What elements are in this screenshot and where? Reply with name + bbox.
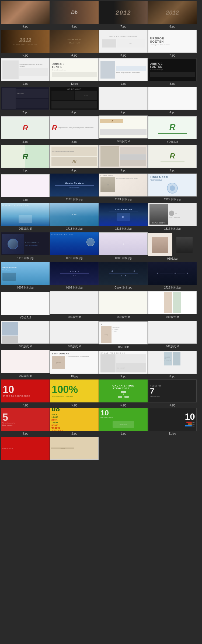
cell-YDb17[interactable]: YDb17.tif — [1, 292, 50, 320]
cell-4jpg-r6[interactable]: text magazine layout spread content Rf 4… — [50, 145, 99, 172]
thumbnail-grid: 9.jpg Db 8.jpg 2012 7.jpg 2012 — [0, 0, 202, 463]
label-1718: 1718 副本.jpg — [66, 226, 82, 231]
label-1jpg-r7: 1.jpg — [22, 198, 28, 202]
label-2jpg-r5: 2.jpg — [71, 140, 77, 144]
cell-5jpg-r14[interactable]: ORGANISATIONSTRUCTURE 5.jpg — [99, 379, 148, 407]
label-YDb17: YDb17.tif — [20, 316, 31, 320]
cell-049[interactable]: 049版式.tif — [148, 291, 197, 320]
cell-7jpg-r4[interactable]: text column 7.jpg — [1, 87, 50, 114]
row-8: IF LONELY SHORES WERE 066版式.tif 〜 — [1, 203, 201, 231]
cell-last1[interactable]: BRANDING — [1, 437, 50, 461]
cell-6jpg-r14[interactable]: 100% achievement complete 6.jpg — [50, 379, 99, 407]
cell-2jpg-r6[interactable]: R 2.jpg — [148, 145, 197, 172]
label-4jpg-r14: 4.jpg — [169, 403, 175, 407]
cell-1314[interactable]: FINAL GOODBYE AV content description 131… — [148, 203, 197, 231]
cell-1516[interactable]: Movie Review ▶ 1516 副本.jpg — [99, 203, 148, 231]
cell-3jpg-r2[interactable]: GRANDE STRATES OF DESIRE text 3.jpg — [99, 30, 148, 57]
cell-1jpg-r3b[interactable]: interior design layout with photo spread… — [99, 58, 148, 86]
label-2jpg-r6: 2.jpg — [169, 168, 175, 172]
cell-2526[interactable]: Movie Review Movie Review 2526 副本.jpg — [50, 174, 99, 202]
label-2728: 2728 副本.jpg — [164, 285, 180, 290]
cell-2jpg-r15[interactable]: 08 372.3 15,038 22.6% 10,626 92,968 96,0… — [50, 408, 99, 436]
label-7jpg-r14: 7.jpg — [22, 403, 28, 407]
row-10: Movie Review Movie Review 0304 副本.jpg — [1, 262, 201, 290]
label-3jpg-r15: 3.jpg — [22, 432, 28, 436]
cell-4jpg[interactable]: IN THE FIRSTQUARTER 4.jpg — [50, 30, 99, 57]
label-1jpg-r3: 1.jpg — [22, 82, 28, 86]
label-1jpg-r6: 1.jpg — [22, 168, 28, 172]
label-6jpg-r14: 6.jpg — [71, 403, 77, 407]
cell-10jpg[interactable]: 1 IRREGULAR photo DUMMY layout design sp… — [50, 351, 99, 378]
cell-0102[interactable]: 0102 副本.jpg — [50, 262, 99, 290]
cell-069[interactable]: R 069版式.tif — [99, 116, 148, 144]
cell-0708[interactable]: ✡ 0708 副本.jpg — [99, 232, 148, 261]
label-9jpg: 9.jpg — [22, 25, 28, 29]
cell-0910[interactable]: HE ROWN WITHIN THESE 0910 副本.jpg — [50, 232, 99, 261]
cell-8jpg-r3[interactable]: URBFOESOETSN dark layout design 8.jpg — [148, 58, 197, 86]
label-BS1: BS (1).tif — [118, 345, 129, 349]
cell-BS1[interactable]: 1 img IRREGULARPLUMBING DUMMY BS (1).tif — [99, 321, 148, 349]
label-3jpg-r2: 3.jpg — [120, 53, 126, 57]
cell-3jpg-r5[interactable]: R 3.jpg — [1, 116, 50, 144]
cell-3jpg-r15[interactable]: 5 When it comes toRight company 3.jpg — [1, 408, 50, 436]
label-1314: 1314 副本.jpg — [164, 226, 180, 231]
row-7: 1.jpg Movie Review Movie Review 2526 副本.… — [1, 174, 201, 202]
cell-7jpg-r14[interactable]: 10 STEPS TO CONFIDENCE 7.jpg — [1, 379, 50, 407]
cell-0304[interactable]: Movie Review Movie Review 0304 副本.jpg — [1, 262, 50, 290]
cell-5jpg[interactable]: 2012 IN THE FIRST QUARTER 5.jpg — [1, 30, 50, 57]
cell-042[interactable]: 042版式.tif — [148, 321, 197, 349]
cell-3jpg-r6[interactable]: 3.jpg — [99, 145, 148, 172]
cell-0506[interactable]: 0506.jpg — [148, 233, 197, 261]
cell-9jpg-r13[interactable]: CANADIAN DESIGNS man portrait 9.jpg — [99, 351, 148, 378]
cell-053[interactable]: 053版式.tif — [1, 321, 50, 349]
row-4: text column 7.jpg OF DONOME image — [1, 87, 201, 114]
cell-9jpg[interactable]: 9.jpg — [1, 1, 50, 29]
label-1jpg-r15: 1.jpg — [120, 432, 126, 436]
cell-YD662[interactable]: R YD662.tif — [148, 116, 197, 144]
label-053: 053版式.tif — [19, 344, 32, 349]
cell-1718[interactable]: 〜 1718 副本.jpg — [50, 203, 99, 231]
cell-6jpg-r4[interactable]: OF DONOME image 6.jpg — [50, 87, 99, 114]
row-14: 10 STEPS TO CONFIDENCE 7.jpg 100% achiev… — [1, 379, 201, 407]
label-066: 066版式.tif — [19, 226, 32, 231]
cell-086[interactable]: 086版式.tif — [50, 291, 99, 320]
cell-1jpg-r7[interactable]: 1.jpg — [1, 174, 50, 202]
cell-6jpg[interactable]: 2012 6.jpg — [148, 1, 197, 29]
cell-092[interactable]: 092版式.tif — [1, 350, 50, 378]
cell-2jpg-r5[interactable]: R Magazine spread text layout design por… — [50, 116, 99, 144]
cell-cover[interactable]: Cover 副本.jpg — [99, 262, 148, 290]
cell-1jpg-r3[interactable]: text block content here for layout previ… — [1, 58, 50, 86]
label-8jpg: 8.jpg — [71, 25, 77, 29]
label-7jpg: 7.jpg — [120, 25, 126, 29]
cell-8jpg-r13[interactable]: NAMES OF PEOPLE 8.jpg — [148, 351, 197, 378]
row-5: R 3.jpg R Magazine spread text layout de… — [1, 116, 201, 144]
cell-7jpg[interactable]: 2012 7.jpg — [99, 1, 148, 29]
row-3: text block content here for layout previ… — [1, 58, 201, 86]
cell-4jpg-r14[interactable]: RULES OF 7 REPORTING 4.jpg — [148, 379, 197, 407]
cell-2324[interactable]: Leader Table ♫ harp instrument music rev… — [99, 174, 148, 202]
cell-last2[interactable]: photo — [50, 437, 99, 461]
label-3jpg-r6: 3.jpg — [120, 168, 126, 172]
cell-2728[interactable]: 2728 副本.jpg — [148, 262, 197, 290]
cell-1112[interactable]: IF LONELY SHORE movie review content 111… — [1, 232, 50, 261]
cell-2122[interactable]: Final Good Final Goodbye 2122 副本.jpg — [148, 174, 197, 202]
label-069: 069版式.tif — [117, 139, 130, 144]
cell-056[interactable]: 056版式.tif — [50, 321, 99, 349]
label-7jpg-r4: 7.jpg — [22, 110, 28, 114]
row-9: IF LONELY SHORE movie review content 111… — [1, 232, 201, 261]
label-1112: 1112 副本.jpg — [17, 256, 33, 261]
cell-4jpg-r4[interactable]: 4.jpg — [148, 87, 197, 114]
label-3jpg-r5: 3.jpg — [22, 140, 28, 144]
cell-059[interactable]: 059版式.tif — [99, 291, 148, 320]
cell-8jpg[interactable]: Db 8.jpg — [50, 1, 99, 29]
cell-1jpg-r15[interactable]: 10 WORLD MAP world map 1.jpg — [99, 408, 148, 436]
cell-12jpg[interactable]: URBFOETENTS description text here 12.jpg — [50, 58, 99, 86]
cell-2jpg-r2[interactable]: URBFOESOETSN Lorem ipsum dolor sit amet … — [148, 30, 197, 57]
cell-5jpg-r4[interactable]: 5.jpg — [99, 87, 148, 114]
label-8jpg-r13: 8.jpg — [169, 374, 175, 378]
label-11jpg: 11.jpg — [169, 432, 176, 436]
cell-1jpg-r6[interactable]: R 1.jpg — [1, 145, 50, 172]
cell-066[interactable]: IF LONELY SHORES WERE 066版式.tif — [1, 203, 50, 231]
label-2122: 2122 副本.jpg — [164, 197, 180, 202]
cell-11jpg[interactable]: 10 item item item — [148, 408, 197, 436]
